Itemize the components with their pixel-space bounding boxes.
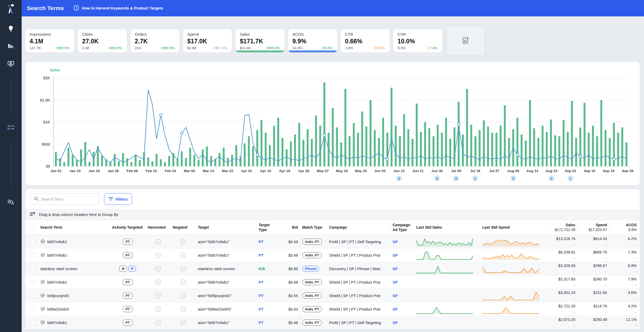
actively-targeted-cell: PT: [110, 279, 146, 285]
metric-card-ctr[interactable]: CTR0.66%1.6%-59.5%: [341, 29, 390, 52]
svg-text:5: 5: [436, 177, 438, 181]
negated-cell: [171, 239, 196, 245]
metric-card-spend[interactable]: Spend$17.0K$1.6K+967.3%: [183, 29, 232, 52]
column-header-search-term[interactable]: Search Term: [38, 224, 110, 232]
filters-label: Filters: [116, 197, 128, 201]
metric-card-clicks[interactable]: Clicks27.0K2.4K+999.0%: [78, 29, 127, 52]
campaign-ad-type-cell: SP: [390, 280, 414, 284]
metric-card-orders[interactable]: Orders2.7K224+999.0%: [130, 29, 179, 52]
targeted-chip: PT: [123, 320, 133, 326]
row-select-cell: [25, 253, 38, 257]
table-row[interactable]: b087rvfwb1PTasin="b087rvfwb1"PT$0.48Indi…: [25, 235, 640, 248]
table-row[interactable]: b087rvfwb1PTasin="b087rvfwb1"PT$0.48Indi…: [25, 275, 640, 289]
search-term-text: b09pszqmd1: [47, 294, 69, 298]
row-checkbox[interactable]: [31, 320, 35, 325]
filters-button[interactable]: Filters: [104, 193, 132, 205]
column-header-last-30d-sales[interactable]: Last 30d Sales: [414, 224, 480, 232]
row-select-cell: [25, 280, 38, 284]
campaign-cell[interactable]: Shield | SP | PT | Product Prot: [327, 294, 390, 298]
row-checkbox[interactable]: [31, 307, 35, 311]
campaign-cell[interactable]: Discovery | SP | Phrase | Woo: [327, 267, 390, 271]
table-row[interactable]: b09pszqmd1PTasin="b09pszqmd1"PT$0.55Indi…: [25, 289, 640, 302]
campaign-cell[interactable]: Profit | SP | PT | Self-Targeting: [327, 321, 390, 325]
column-header-target[interactable]: Target: [196, 224, 256, 232]
campaign-manager-icon[interactable]: [0, 56, 22, 71]
column-header-spend[interactable]: Spend$17,023.57: [577, 221, 609, 234]
row-checkbox[interactable]: [31, 266, 35, 271]
column-header-last-30d-spend[interactable]: Last 30d Spend: [480, 224, 546, 232]
campaign-cell[interactable]: Shield | SP | PT | Product Prot: [327, 253, 390, 257]
select-all-checkbox[interactable]: [31, 225, 35, 230]
metric-change: -29.0%: [321, 46, 332, 50]
metric-card-acos[interactable]: ACOS9.9%14.0%-29.0%: [288, 29, 337, 52]
column-header-sales[interactable]: Sales$171,721.39: [546, 221, 577, 234]
row-checkbox[interactable]: [31, 239, 35, 244]
ideas-lightbulb-icon[interactable]: [0, 21, 22, 36]
metric-card-cvr[interactable]: CVR10.0%9.3%+7.4%: [393, 29, 442, 52]
how-to-video-link[interactable]: How to Harvest Keywords & Product Target…: [73, 5, 163, 12]
search-terms-checklist-icon[interactable]: [0, 120, 22, 135]
row-checkbox[interactable]: [31, 280, 35, 284]
svg-text:Feb 15: Feb 15: [146, 169, 157, 173]
svg-text:May 16: May 16: [336, 169, 348, 173]
add-metric-card[interactable]: [446, 25, 486, 56]
svg-text:Aug 14: Aug 14: [526, 169, 539, 173]
svg-text:Mar 23: Mar 23: [222, 169, 233, 173]
harvested-badge-icon: [40, 306, 45, 312]
bid-cell: $0.48: [279, 321, 300, 325]
svg-text:Jan 28: Jan 28: [108, 169, 119, 173]
chart-legend-sales[interactable]: Sales: [50, 68, 635, 72]
analytics-bar-chart-icon[interactable]: [0, 39, 22, 53]
column-header-actively-targeted[interactable]: Actively Targeted: [110, 224, 146, 232]
column-header-bid[interactable]: Bid: [279, 224, 300, 232]
svg-text:Sep 01: Sep 01: [565, 169, 576, 173]
harvested-cell: [146, 306, 171, 312]
column-header-acos[interactable]: ACOS9.9%: [609, 221, 639, 234]
column-header-campaign[interactable]: Campaign: [327, 224, 390, 232]
table-row[interactable]: b08w22w5r5PTasin="b08w22w5r5"PT$0.43Indi…: [25, 302, 640, 316]
row-checkbox[interactable]: [31, 253, 35, 257]
search-term-input[interactable]: [41, 197, 96, 201]
actively-targeted-cell: PT: [110, 252, 146, 258]
last-30d-spend-sparkline: [480, 290, 546, 301]
acos-cell: 4.6%–: [609, 290, 639, 301]
minus-circle-icon: [155, 239, 161, 245]
campaign-ad-type-cell: SP: [390, 253, 414, 257]
column-header-harvested[interactable]: Harvested: [146, 224, 171, 232]
metric-change: +999.0%: [160, 46, 175, 50]
column-header-match-type[interactable]: Match Type: [300, 224, 327, 232]
metric-label: CTR: [345, 32, 386, 36]
row-checkbox[interactable]: [31, 293, 35, 298]
campaign-ad-type-cell: SP: [390, 321, 414, 325]
app-root: Search Terms How to Harvest Keywords & P…: [0, 0, 644, 332]
search-term-cell: b09pszqmd1: [38, 293, 110, 299]
metric-card-impressions[interactable]: Impressions4.1M147.7K+999.0%: [25, 29, 74, 52]
topbar: Search Terms How to Harvest Keywords & P…: [22, 0, 644, 16]
metric-change: +7.4%: [427, 46, 437, 50]
sales-acos-chart[interactable]: $0$500$1K$1.5K$2KJan 01Jan 10Jan 19Jan 2…: [30, 73, 635, 184]
last-30d-sales-sparkline: [414, 264, 480, 274]
app-logo-icon[interactable]: [0, 0, 22, 17]
group-by-bar[interactable]: Drag & drop column headers here to Group…: [25, 209, 640, 220]
spend-cell: $151.65–: [577, 290, 609, 301]
svg-text:May 25: May 25: [355, 169, 367, 173]
negated-cell: [171, 279, 196, 285]
search-query-list-icon[interactable]: [0, 195, 22, 209]
column-header-negated[interactable]: Negated: [171, 224, 196, 232]
actively-targeted-cell: PT: [110, 239, 146, 245]
metric-card-sales[interactable]: Sales$171.7K$11.4K+999.0%: [236, 29, 284, 52]
table-row[interactable]: b087rvfwb1PTasin="b087rvfwb1"PT$0.48Indi…: [25, 248, 640, 262]
column-header-target-type[interactable]: Target Type: [256, 221, 279, 234]
acos-cell: 7.3%–: [609, 250, 639, 261]
table-row[interactable]: b087rvfwb1PTasin="b087rvfwb1"PT$0.48Indi…: [25, 316, 640, 329]
svg-text:$1.5K: $1.5K: [40, 98, 50, 102]
table-row[interactable]: stainless steel screwsBPstainless steel …: [25, 262, 640, 275]
group-by-text: Drag & drop column headers here to Group…: [39, 213, 118, 217]
campaign-ad-type-cell: SP: [390, 294, 414, 298]
column-header-campaign-ad-type[interactable]: Campaign Ad Type: [390, 221, 414, 234]
svg-text:Jun 03: Jun 03: [374, 169, 386, 173]
metric-cards-row: Impressions4.1M147.7K+999.0%Clicks27.0K2…: [25, 25, 640, 56]
campaign-cell[interactable]: Profit | SP | PT | Self-Targeting: [327, 240, 390, 244]
campaign-cell[interactable]: Shield | SP | PT | Product Prot: [327, 307, 390, 311]
campaign-cell[interactable]: Shield | SP | PT | Product Prot: [327, 280, 390, 284]
